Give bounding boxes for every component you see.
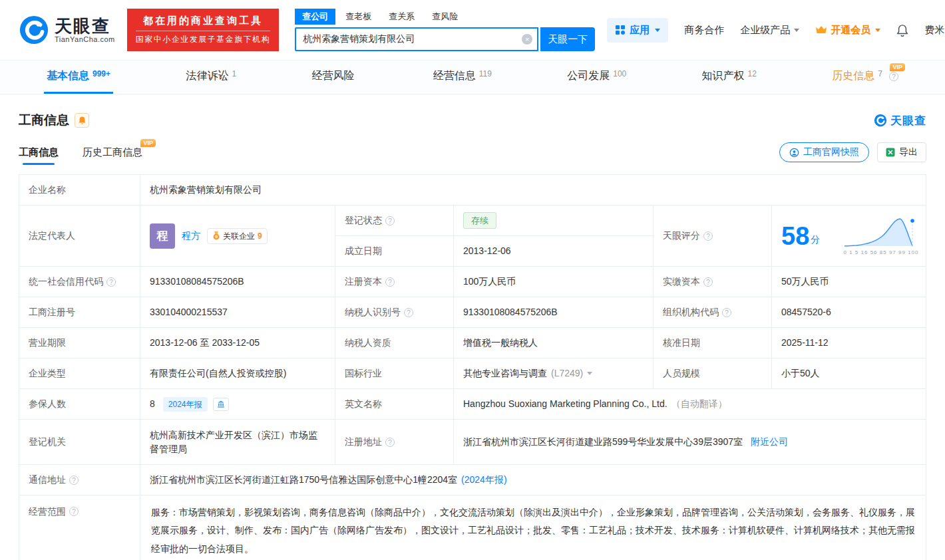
tab-history-info[interactable]: VIP 历史信息7	[829, 61, 901, 94]
apps-menu[interactable]: 应用	[607, 18, 668, 43]
business-scope-value: 服务：市场营销策划，影视策划咨询，商务信息咨询（除商品中介），文化交流活动策划（…	[140, 495, 926, 560]
company-section-tabs: 基本信息999+ 法律诉讼1 经营风险 经营信息119 公司发展100 知识产权…	[0, 60, 945, 94]
registration-authority-value: 杭州高新技术产业开发区（滨江）市场监督管理局	[140, 420, 335, 464]
notification-bell-icon[interactable]	[896, 24, 908, 37]
credit-code-value: 91330108084575206B	[140, 267, 335, 297]
tianyancha-swirl-icon	[874, 114, 887, 127]
table-row: 营业期限 2013-12-06 至 2033-12-05 纳税人资质 增值税一般…	[19, 328, 926, 358]
slogan-line1: 都在用的商业查询工具	[136, 15, 271, 31]
tab-company-development[interactable]: 公司发展100	[564, 61, 629, 94]
help-icon[interactable]	[106, 277, 116, 287]
nearby-companies-link[interactable]: 附近公司	[751, 435, 788, 449]
field-label: 登记状态	[335, 206, 454, 235]
search-tabs: 查公司 查老板 查关系 查风险	[295, 9, 595, 25]
tab-business-info[interactable]: 经营信息119	[431, 61, 494, 94]
annual-report-badge[interactable]: 2024年报	[163, 397, 208, 412]
section-title: 工商信息	[19, 112, 69, 129]
help-icon[interactable]	[69, 476, 79, 485]
field-label: 核准日期	[654, 328, 772, 358]
nav-cooperation[interactable]: 商务合作	[684, 24, 724, 37]
chevron-down-icon	[794, 29, 799, 32]
tianyancha-watermark-logo: 天眼查	[874, 113, 926, 128]
paid-capital-value: 50万人民币	[772, 267, 926, 297]
help-icon[interactable]	[385, 438, 395, 447]
score-cell: 58 分 0 1 5 16 56 85 97 99 100	[772, 206, 926, 266]
legal-rep-link[interactable]: 程方	[182, 229, 200, 243]
field-label: 纳税人识别号	[335, 297, 454, 327]
user-menu[interactable]: 费米	[924, 24, 945, 37]
search-input[interactable]	[295, 27, 538, 51]
table-row: 参保人数 8 2024年报 英文名称 Hangzhou Suoxiang Mar…	[19, 389, 926, 420]
official-snapshot-button[interactable]: 工商官网快照	[779, 142, 869, 162]
help-icon[interactable]	[722, 308, 731, 317]
tab-operating-risk[interactable]: 经营风险	[309, 61, 360, 94]
search-tab-relation[interactable]: 查关系	[381, 9, 422, 25]
chevron-down-icon[interactable]	[587, 372, 592, 375]
field-label: 登记机关	[19, 420, 140, 464]
table-row: 登记机关 杭州高新技术产业开发区（滨江）市场监督管理局 注册地址 浙江省杭州市滨…	[19, 420, 926, 465]
tianyancha-logo[interactable]: 天眼查 TianYanCha.com	[19, 15, 115, 45]
subtab-business-info[interactable]: 工商信息	[19, 146, 59, 165]
field-label: 工商注册号	[19, 297, 140, 327]
english-name-value: Hangzhou Suoxiang Marketing Planning Co.…	[463, 397, 667, 411]
establish-date-value: 2013-12-06	[454, 236, 653, 266]
taxpayer-quality-value: 增值税一般纳税人	[454, 328, 654, 358]
user-name: 费米	[924, 24, 944, 37]
taxpayer-id-value: 91330108084575206B	[454, 297, 654, 327]
nav-enterprise-products[interactable]: 企业级产品	[740, 24, 799, 37]
vip-badge: VIP	[890, 63, 905, 71]
business-term-value: 2013-12-06 至 2033-12-05	[140, 328, 335, 358]
snapshot-icon	[789, 148, 799, 158]
field-label: 企业名称	[19, 175, 140, 205]
main-content: 工商信息 天眼查 工商信息 历史工商信息 VIP	[0, 112, 945, 560]
help-icon[interactable]	[69, 507, 79, 516]
search-tab-risk[interactable]: 查风险	[425, 9, 465, 25]
field-label: 法定代表人	[19, 206, 140, 266]
help-icon[interactable]	[703, 277, 713, 287]
nav-open-vip[interactable]: 开通会员	[815, 24, 880, 37]
field-label: 统一社会信用代码	[19, 267, 140, 297]
mailing-address-cell: 浙江省杭州市滨江区长河街道江虹路1750号信雅达国际创意中心1幢2204室 (2…	[140, 465, 926, 495]
registered-address-cell: 浙江省杭州市滨江区长河街道建业路599号华业发展中心39层3907室 附近公司	[454, 420, 926, 464]
related-companies-chip[interactable]: 关联企业 9	[207, 228, 268, 244]
subtab-history-business-info[interactable]: 历史工商信息 VIP	[83, 146, 142, 165]
tab-intellectual-property[interactable]: 知识产权12	[699, 61, 759, 94]
avatar[interactable]: 程	[150, 223, 175, 249]
table-row: 统一社会信用代码 91330108084575206B 注册资本 100万人民币…	[19, 267, 926, 297]
business-info-table: 企业名称 杭州索象营销策划有限公司 法定代表人 程 程方 关联企业 9	[19, 174, 926, 560]
search-tab-company[interactable]: 查公司	[295, 9, 335, 25]
help-icon[interactable]	[404, 308, 413, 317]
field-label: 天眼评分	[654, 206, 772, 266]
search-tab-boss[interactable]: 查老板	[338, 9, 379, 25]
insured-count-value: 8	[150, 397, 155, 411]
export-button[interactable]: 导出	[877, 142, 926, 162]
slogan-line2: 国家中小企业发展子基金旗下机构	[136, 34, 271, 45]
staff-size-value: 小于50人	[772, 358, 926, 388]
field-label: 企业类型	[19, 358, 140, 388]
tab-basic-info[interactable]: 基本信息999+	[44, 61, 113, 94]
top-header: 天眼查 TianYanCha.com 都在用的商业查询工具 国家中小企业发展子基…	[0, 0, 945, 60]
company-type-value: 有限责任公司(自然人投资或控股)	[140, 358, 335, 388]
approval-date-value: 2025-11-12	[772, 328, 926, 358]
help-icon[interactable]	[889, 72, 898, 81]
table-row: 企业类型 有限责任公司(自然人投资或控股) 国标行业 其他专业咨询与调查 (L7…	[19, 358, 926, 389]
insured-trend-icon[interactable]	[213, 398, 229, 411]
field-label: 实缴资本	[654, 267, 772, 297]
chevron-down-icon	[875, 29, 880, 32]
tab-legal-litigation[interactable]: 法律诉讼1	[183, 61, 239, 94]
mailing-address-value: 浙江省杭州市滨江区长河街道江虹路1750号信雅达国际创意中心1幢2204室	[150, 473, 457, 487]
help-icon[interactable]	[385, 216, 395, 225]
field-label: 纳税人资质	[335, 328, 454, 358]
company-name-value: 杭州索象营销策划有限公司	[140, 175, 926, 205]
monitor-bell-icon[interactable]	[75, 113, 89, 128]
field-label: 人员规模	[654, 358, 772, 388]
tianyancha-swirl-icon	[19, 15, 49, 45]
field-label: 营业期限	[19, 328, 140, 358]
field-label: 成立日期	[335, 236, 454, 266]
table-row: 通信地址 浙江省杭州市滨江区长河街道江虹路1750号信雅达国际创意中心1幢220…	[19, 465, 926, 495]
help-icon[interactable]	[703, 231, 713, 241]
annual-report-link[interactable]: (2024年报)	[461, 473, 506, 487]
help-icon[interactable]	[385, 277, 395, 287]
field-label: 参保人数	[19, 389, 140, 419]
search-button[interactable]: 天眼一下	[540, 27, 595, 51]
